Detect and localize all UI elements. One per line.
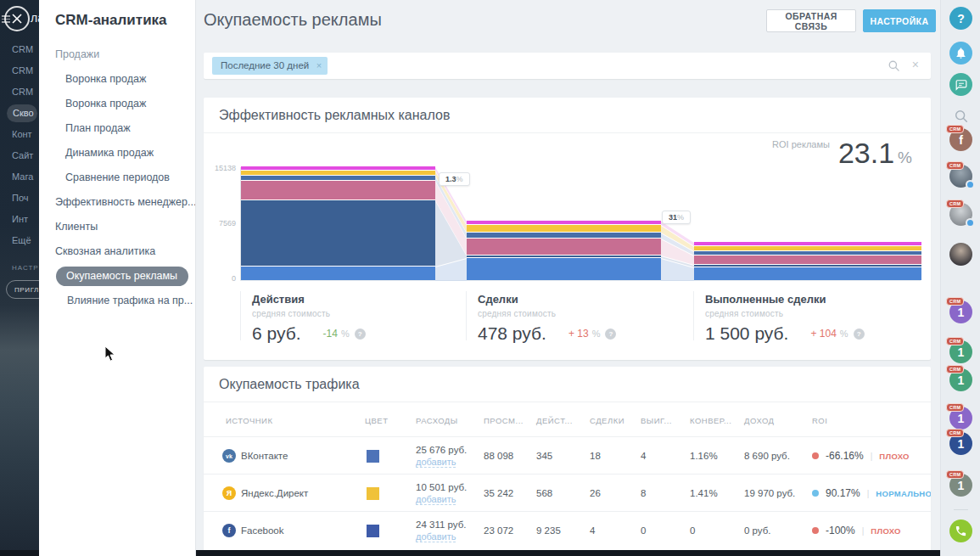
column-header-10[interactable]: ROI [812, 416, 827, 425]
user-avatar[interactable]: CRM [949, 165, 972, 188]
column-header-7[interactable]: ВЫИГ... [641, 416, 672, 425]
views-cell: 88 098 [484, 437, 513, 475]
source-cell: ЯЯндекс.Директ [222, 475, 308, 512]
info-icon[interactable]: ? [854, 329, 865, 340]
menu-item-2[interactable]: Воронка продаж [39, 67, 195, 92]
column-header-5[interactable]: ДЕЙСТ... [536, 416, 573, 425]
crm-badge: CRM [946, 161, 964, 170]
one-c-chat-avatar[interactable]: 1CRM [949, 300, 972, 323]
column-header-6[interactable]: СДЕЛКИ [590, 416, 624, 425]
main-content: Окупаемость рекламы ОБРАТНАЯ СВЯЗЬ НАСТР… [196, 0, 940, 556]
sidebar-item-5[interactable]: Конт [0, 124, 39, 145]
crm-badge: CRM [946, 199, 964, 208]
info-icon[interactable]: ? [355, 329, 366, 340]
add-expenses-link[interactable]: добавить [416, 531, 456, 542]
views-cell: 35 242 [484, 475, 513, 512]
one-c-chat-avatar[interactable]: 1CRM [949, 432, 972, 455]
sidebar-settings-label[interactable]: НАСТР [12, 264, 39, 272]
sidebar-item-7[interactable]: Мага [0, 166, 39, 188]
source-name: Яндекс.Директ [241, 488, 308, 498]
filter-chip-period[interactable]: Последние 30 дней × [212, 57, 328, 75]
user-avatar[interactable] [949, 243, 972, 266]
menu-item-4[interactable]: План продаж [39, 116, 195, 141]
rail-divider [954, 509, 968, 510]
conversion-cell: 1.16% [690, 437, 718, 475]
column-header-8[interactable]: КОНВЕР... [690, 416, 731, 425]
roi-value: 23.1 [838, 137, 894, 169]
divider [204, 132, 931, 133]
funnel-stat-1: Действиясредняя стоимость6 руб.-14%? [252, 293, 366, 344]
sidebar-item-4[interactable]: Скво [7, 104, 37, 122]
remove-filter-icon[interactable]: × [316, 57, 322, 75]
income-cell: 0 руб. [744, 512, 771, 549]
column-header-4[interactable]: ПРОСМ... [484, 416, 524, 425]
column-header-9[interactable]: ДОХОД [744, 416, 775, 425]
funnel-chart[interactable]: 15138756901.3%31% [240, 167, 921, 281]
sidebar-item-8[interactable]: Поч [0, 188, 39, 209]
roi-value: -66.16% [826, 450, 864, 462]
messenger-button[interactable] [949, 73, 972, 96]
search-icon[interactable] [888, 59, 900, 76]
sidebar-item-2[interactable]: CRM [0, 60, 39, 81]
help-button[interactable]: ? [949, 7, 972, 30]
add-expenses-link[interactable]: добавить [416, 457, 456, 468]
one-c-chat-avatar[interactable]: 1CRM [949, 340, 972, 363]
sidebar-item-10[interactable]: Ещё [0, 230, 39, 251]
status-sub-badge [966, 218, 975, 227]
y-axis-tick-2: 0 [202, 274, 236, 283]
filter-chip-label: Последние 30 дней [221, 60, 309, 70]
roi-status-label[interactable]: ПЛОХО [879, 452, 910, 461]
user-avatar[interactable]: CRM [949, 203, 972, 226]
menu-item-10[interactable]: Окупаемость рекламы [56, 267, 188, 286]
fb-icon: f [222, 524, 236, 537]
roi-status-label[interactable]: НОРМАЛЬНО [876, 489, 931, 498]
roi-status-label[interactable]: ПЛОХО [871, 526, 901, 536]
filter-bar[interactable]: Последние 30 дней × × [204, 53, 931, 79]
sidebar-item-6[interactable]: Сайт [0, 145, 39, 166]
column-header-1[interactable]: ИСТОЧНИК [226, 416, 273, 425]
menu-item-9[interactable]: Сквозная аналитика [39, 239, 195, 264]
settings-button[interactable]: НАСТРОЙКА [863, 9, 936, 32]
column-header-3[interactable]: РАСХОДЫ [416, 416, 458, 425]
crm-analytics-menu: CRM-аналитика ПродажиВоронка продажВорон… [39, 0, 196, 556]
expenses-cell: 24 311 руб.добавить [416, 512, 466, 549]
telephony-button[interactable] [949, 519, 972, 542]
facebook-chat-avatar[interactable]: fCRM [949, 128, 972, 151]
table-row-1: vkВКонтакте25 676 руб.добавить88 0983451… [204, 436, 931, 474]
column-header-2[interactable]: ЦВЕТ [365, 416, 389, 425]
color-swatch[interactable] [367, 525, 379, 537]
menu-item-8[interactable]: Клиенты [39, 215, 195, 239]
won-cell: 0 [641, 512, 646, 549]
close-menu-button[interactable] [4, 6, 30, 31]
info-icon[interactable]: ? [605, 329, 616, 340]
y-axis-tick-0: 15138 [202, 164, 236, 172]
menu-item-1[interactable]: Продажи [39, 42, 195, 67]
source-name: Facebook [241, 525, 284, 536]
roi-label: ROI рекламы [772, 139, 830, 149]
search-button[interactable] [949, 104, 972, 127]
stat-delta-unit: % [592, 329, 601, 339]
sidebar-item-9[interactable]: Инт [0, 209, 39, 230]
menu-item-3[interactable]: Воронка продаж [39, 92, 195, 116]
clear-search-icon[interactable]: × [912, 58, 919, 71]
menu-item-11[interactable]: Влияние трафика на пр... [39, 289, 195, 313]
stat-title: Выполненные сделки [705, 293, 865, 306]
one-c-chat-avatar[interactable]: 1CRM [949, 368, 972, 391]
notifications-button[interactable] [949, 42, 972, 65]
expenses-value: 10 501 руб. [416, 482, 467, 492]
sidebar-item-1[interactable]: CRM [0, 39, 39, 60]
add-expenses-link[interactable]: добавить [416, 494, 456, 505]
menu-item-6[interactable]: Сравнение периодов [39, 166, 195, 190]
color-swatch[interactable] [367, 487, 379, 500]
app-sidebar: ла CRMCRMCRMСквоКонтСайтМагаПочИнтЕщё НА… [0, 0, 39, 556]
ya-icon: Я [222, 486, 236, 500]
sidebar-item-3[interactable]: CRM [0, 81, 39, 103]
feedback-button[interactable]: ОБРАТНАЯ СВЯЗЬ [766, 9, 856, 32]
menu-item-5[interactable]: Динамика продаж [39, 141, 195, 166]
one-c-chat-avatar[interactable]: 1CRM [949, 407, 972, 430]
color-swatch[interactable] [367, 450, 379, 463]
menu-item-7[interactable]: Эффективность менеджер... [39, 190, 195, 215]
conversion-value: 1.3 [445, 175, 456, 183]
one-c-chat-avatar[interactable]: 1CRM [949, 474, 972, 497]
roi-unit: % [898, 149, 912, 166]
